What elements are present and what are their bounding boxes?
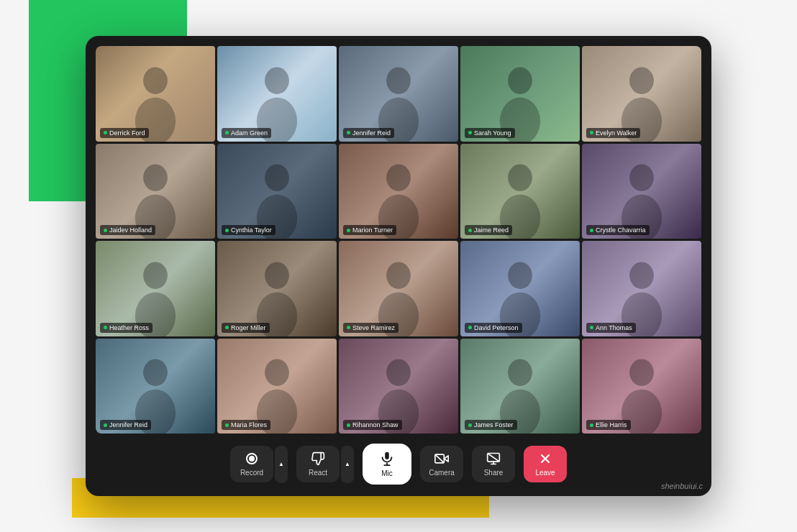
record-icon: [245, 451, 259, 466]
svg-point-10: [143, 165, 168, 192]
mic-indicator-16: [104, 423, 107, 427]
name-label-19: James Foster: [465, 420, 517, 430]
mic-indicator-18: [347, 423, 350, 427]
leave-label: Leave: [535, 469, 555, 477]
name-label-14: David Peterson: [465, 323, 522, 333]
video-cell-2[interactable]: Adam Green: [217, 46, 337, 142]
name-label-4: Sarah Young: [465, 128, 515, 138]
video-cell-1[interactable]: Derrick Ford: [96, 46, 215, 142]
name-label-8: Marion Turner: [343, 225, 396, 235]
video-cell-13[interactable]: Steve Ramirez: [339, 241, 458, 336]
name-label-10: Crystle Chavarria: [586, 225, 650, 235]
bg-decoration-green-small: [29, 144, 86, 201]
svg-point-41: [249, 456, 255, 462]
name-label-2: Adam Green: [222, 128, 271, 138]
mic-indicator-1: [104, 131, 107, 134]
video-cell-15[interactable]: Ann Thomas: [582, 241, 701, 336]
react-label: React: [309, 469, 327, 477]
toolbar: Record ▲ React ▲: [96, 434, 701, 496]
mic-indicator-6: [104, 229, 107, 232]
svg-point-38: [629, 359, 654, 387]
leave-button[interactable]: Leave: [524, 446, 567, 482]
name-label-9: Jaime Reed: [465, 225, 512, 235]
video-cell-14[interactable]: David Peterson: [460, 241, 580, 336]
name-label-18: Rihannon Shaw: [343, 420, 402, 430]
svg-rect-42: [385, 452, 389, 459]
name-label-7: Cynthia Taylor: [222, 225, 275, 235]
mic-button[interactable]: Mic: [363, 444, 411, 485]
svg-point-28: [629, 262, 654, 289]
mic-label: Mic: [381, 469, 393, 477]
video-cell-3[interactable]: Jennifer Reid: [339, 46, 458, 142]
video-cell-12[interactable]: Roger Miller: [217, 241, 337, 336]
svg-point-20: [143, 262, 168, 289]
video-cell-10[interactable]: Crystle Chavarria: [582, 144, 701, 239]
share-label: Share: [484, 469, 504, 477]
record-label: Record: [240, 469, 263, 477]
svg-point-16: [508, 165, 532, 192]
svg-point-0: [143, 67, 168, 94]
svg-point-14: [386, 165, 411, 192]
video-grid: Derrick Ford Adam Green Jennifer Reid: [96, 46, 701, 434]
name-label-1: Derrick Ford: [100, 128, 149, 138]
svg-point-4: [386, 67, 411, 94]
share-button[interactable]: Share: [472, 446, 515, 482]
name-label-13: Steve Ramirez: [343, 323, 398, 333]
mic-indicator-15: [590, 326, 593, 329]
mic-indicator-14: [468, 326, 472, 329]
svg-point-30: [143, 359, 168, 387]
record-button[interactable]: Record: [230, 446, 273, 482]
video-cell-6[interactable]: Jaidev Holland: [96, 144, 215, 239]
name-label-6: Jaidev Holland: [100, 225, 155, 235]
video-cell-17[interactable]: Maria Flores: [217, 339, 337, 434]
mic-indicator-4: [468, 131, 472, 134]
mic-indicator-19: [468, 423, 472, 427]
camera-button[interactable]: Camera: [420, 446, 463, 482]
svg-point-12: [265, 165, 289, 192]
video-cell-7[interactable]: Cynthia Taylor: [217, 144, 337, 239]
name-label-17: Maria Flores: [222, 420, 270, 430]
video-cell-18[interactable]: Rihannon Shaw: [339, 339, 458, 434]
svg-point-8: [629, 67, 654, 94]
video-cell-5[interactable]: Evelyn Walker: [582, 46, 701, 142]
video-cell-16[interactable]: Jennifer Reid: [96, 339, 215, 434]
mic-indicator-3: [347, 131, 350, 134]
video-cell-20[interactable]: Ellie Harris: [582, 339, 701, 434]
record-chevron-button[interactable]: ▲: [275, 446, 288, 483]
name-label-5: Evelyn Walker: [586, 128, 640, 138]
mic-indicator-17: [225, 423, 229, 427]
react-button[interactable]: React: [296, 446, 340, 482]
react-btn-group: React ▲: [296, 446, 354, 483]
name-label-16: Jennifer Reid: [100, 420, 151, 430]
name-label-20: Ellie Harris: [586, 420, 631, 430]
svg-point-2: [265, 67, 289, 94]
leave-icon: [538, 451, 552, 466]
video-cell-4[interactable]: Sarah Young: [460, 46, 580, 142]
svg-line-48: [488, 454, 500, 462]
mic-indicator-11: [104, 326, 107, 329]
watermark: sheinbuiui.c: [661, 482, 703, 490]
mic-indicator-7: [225, 229, 229, 232]
share-icon: [486, 451, 501, 466]
camera-label: Camera: [429, 469, 455, 477]
video-cell-8[interactable]: Marion Turner: [339, 144, 458, 239]
react-icon: [311, 451, 325, 466]
name-label-12: Roger Miller: [222, 323, 270, 333]
device-frame: Derrick Ford Adam Green Jennifer Reid: [86, 36, 711, 496]
mic-indicator-10: [590, 229, 593, 232]
mic-icon: [379, 451, 395, 467]
svg-point-36: [508, 359, 532, 387]
video-cell-19[interactable]: James Foster: [460, 339, 580, 434]
video-cell-11[interactable]: Heather Ross: [96, 241, 215, 336]
svg-point-6: [508, 67, 532, 94]
svg-point-34: [386, 359, 411, 387]
react-chevron-button[interactable]: ▲: [341, 446, 354, 483]
video-cell-9[interactable]: Jaime Reed: [460, 144, 580, 239]
svg-line-46: [435, 454, 445, 463]
record-btn-group: Record ▲: [230, 446, 288, 483]
svg-point-24: [386, 262, 411, 289]
mic-indicator-12: [225, 326, 229, 329]
mic-indicator-2: [225, 131, 229, 134]
name-label-11: Heather Ross: [100, 323, 152, 333]
svg-point-18: [629, 165, 654, 192]
